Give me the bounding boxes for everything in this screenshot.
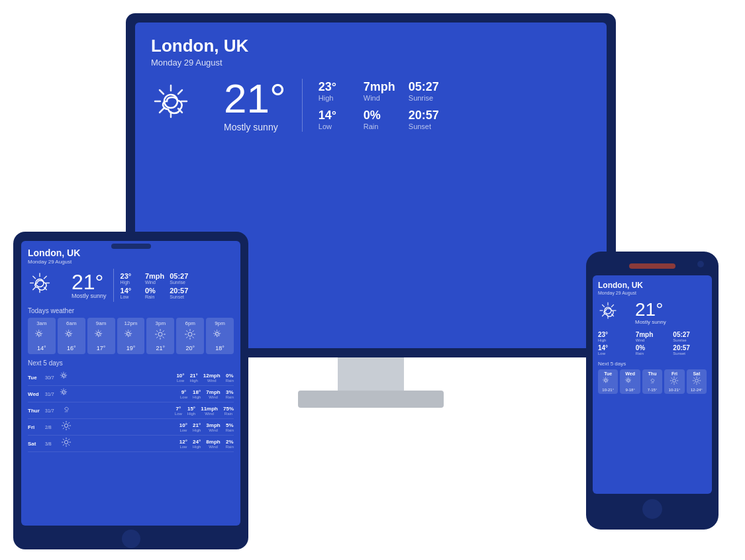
phone-home-button[interactable] — [642, 499, 662, 519]
desktop-weather-icon — [151, 79, 217, 132]
svg-line-76 — [33, 276, 36, 279]
phone-temp: 21° — [635, 301, 666, 319]
phone-day-cell: Tue 10-21° — [598, 369, 618, 394]
svg-line-211 — [652, 383, 653, 383]
svg-line-132 — [193, 331, 194, 332]
desktop-stats: 23° High 7mph Wind 05:27 Sunrise 14° — [319, 80, 440, 130]
desktop-desc: Mostly sunny — [224, 122, 286, 132]
svg-line-164 — [67, 411, 68, 412]
svg-line-228 — [699, 378, 699, 379]
svg-line-189 — [603, 314, 605, 316]
svg-line-206 — [629, 378, 630, 379]
svg-line-187 — [603, 305, 605, 307]
svg-point-173 — [64, 424, 68, 427]
svg-line-114 — [125, 335, 126, 336]
svg-line-181 — [63, 444, 64, 445]
tablet-frame: London, UK Monday 29 August — [13, 232, 248, 549]
svg-line-226 — [694, 378, 695, 379]
svg-line-197 — [607, 378, 608, 379]
tablet-todays: Todays weather 3am 14° 6am — [28, 307, 234, 354]
svg-line-159 — [62, 393, 62, 394]
phone: London, UK Monday 29 August — [586, 252, 719, 530]
stat-rain: 0% Rain — [364, 109, 395, 130]
svg-line-131 — [193, 337, 194, 338]
svg-line-198 — [604, 381, 605, 382]
tablet-hour-cell: 12pm 19° — [117, 318, 145, 354]
svg-line-104 — [100, 331, 101, 332]
svg-line-179 — [68, 444, 69, 445]
svg-line-5 — [178, 90, 182, 94]
desktop-divider — [302, 79, 303, 132]
svg-line-124 — [157, 337, 158, 338]
svg-line-196 — [604, 378, 605, 379]
svg-line-105 — [96, 335, 97, 336]
tablet-days-list: Tue 30/7 10°Low 21°High 12mphWind 0%Rain… — [28, 369, 234, 452]
phone-day-cell: Wed 9-18° — [620, 369, 640, 394]
svg-point-125 — [158, 332, 162, 336]
phone-weather-icon — [598, 299, 631, 326]
svg-line-94 — [66, 331, 67, 332]
ts-low: 14° Low — [121, 287, 140, 299]
tablet-day-row: Fri 2/8 10°Low 21°High 3mphWind 5%Rain — [28, 419, 234, 436]
svg-line-210 — [651, 383, 652, 383]
tablet-hour-cell: 3am 14° — [28, 318, 56, 354]
svg-line-149 — [65, 373, 66, 373]
tablet-day-row: Tue 30/7 10°Low 21°High 12mphWind 0%Rain — [28, 369, 234, 386]
tablet-day-row: Wed 31/7 9°Low 18°High 7mphWind 3%Rain — [28, 386, 234, 402]
svg-line-219 — [676, 378, 677, 379]
phone-city: London, UK — [598, 281, 707, 290]
svg-line-78 — [33, 287, 36, 290]
tablet-hourly: 3am 14° 6am 16° — [28, 318, 234, 354]
phone-speaker — [629, 263, 675, 269]
phone-day-cell: Thu 7-15° — [642, 369, 662, 394]
phone-camera — [697, 261, 704, 267]
svg-line-113 — [130, 331, 130, 332]
tablet-date: Monday 29 August — [28, 259, 234, 265]
svg-line-96 — [66, 335, 67, 336]
tablet-day-row: Sat 3/8 12°Low 24°High 8mphWind 2%Rain — [28, 436, 234, 452]
svg-line-205 — [626, 378, 626, 379]
svg-line-229 — [694, 383, 695, 383]
svg-line-86 — [40, 331, 41, 332]
tablet: London, UK Monday 29 August — [13, 232, 248, 549]
phone-days-grid: Tue 10-21° Wed 9- — [598, 369, 707, 394]
tablet-weather-main: 21° Mostly sunny 23° High 7mph Wind — [28, 269, 234, 302]
tablet-temp: 21° — [72, 271, 107, 293]
stat-low: 14° Low — [319, 109, 350, 130]
ts-sunset: 20:57 Sunset — [170, 287, 189, 299]
svg-line-77 — [44, 276, 47, 279]
svg-line-227 — [699, 383, 699, 383]
phone-date: Monday 29 August — [598, 291, 707, 295]
svg-line-4 — [160, 90, 164, 94]
ps-low: 14° Low — [598, 344, 632, 355]
ps-high: 23° High — [598, 331, 632, 342]
ts-sunrise: 05:27 Sunrise — [170, 272, 189, 285]
monitor-stand-base — [298, 391, 444, 408]
svg-line-171 — [68, 422, 69, 423]
phone-next5: Next 5 days Tue 10-21° Wed — [598, 361, 707, 394]
tablet-weather-screen: London, UK Monday 29 August — [21, 241, 240, 526]
tablet-city: London, UK — [28, 248, 234, 258]
phone-frame: London, UK Monday 29 August — [586, 252, 719, 530]
phone-temp-block: 21° Mostly sunny — [635, 301, 666, 325]
tablet-screen: London, UK Monday 29 August — [21, 241, 240, 526]
tablet-day-row: Thur 31/7 7°Low 15°High 11mphWind 75%Rai… — [28, 402, 234, 419]
svg-line-150 — [62, 377, 62, 377]
svg-line-188 — [612, 305, 614, 307]
ps-wind: 7mph Wind — [636, 331, 670, 342]
tablet-home-button[interactable] — [122, 530, 140, 548]
svg-point-182 — [64, 440, 68, 443]
phone-stats: 23° High 7mph Wind 05:27 Sunrise 14° Low — [598, 331, 707, 355]
tablet-hour-cell: 6pm 20° — [176, 318, 204, 354]
monitor-stand-neck — [338, 357, 404, 391]
ts-rain: 0% Rain — [145, 287, 164, 299]
tablet-weather-icon — [28, 269, 68, 302]
svg-line-212 — [653, 383, 654, 383]
svg-line-157 — [62, 389, 62, 390]
svg-line-85 — [36, 331, 37, 332]
svg-line-141 — [215, 335, 215, 336]
svg-line-178 — [63, 439, 64, 440]
phone-day-cell: Fri 10-21° — [664, 369, 684, 394]
svg-line-121 — [157, 331, 158, 332]
ts-high: 23° High — [121, 272, 140, 285]
